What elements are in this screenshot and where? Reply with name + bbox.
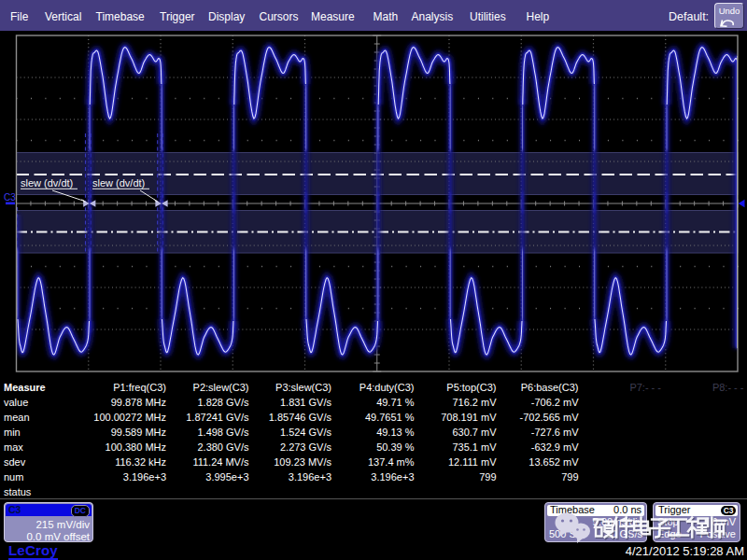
svg-text:C3: C3 — [4, 192, 16, 203]
svg-text:slew (dv/dt): slew (dv/dt) — [21, 177, 73, 189]
svg-text:slew (dv/dt): slew (dv/dt) — [92, 177, 145, 189]
